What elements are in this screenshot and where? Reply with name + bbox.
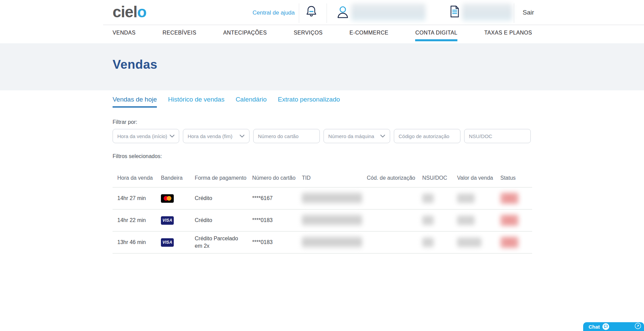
- chevron-down-icon: [380, 134, 385, 138]
- redacted-sale-value: [457, 238, 481, 247]
- redacted-account-name: [351, 3, 426, 21]
- chat-expand-icon[interactable]: [635, 323, 641, 331]
- table-row: 13hr 46 min VISA Crédito Parcelado em 2x…: [113, 231, 532, 253]
- col-header-bandeira: Bandeira: [161, 175, 195, 181]
- cell-payment-type: Crédito Parcelado em 2x: [195, 235, 252, 249]
- cell-time: 14hr 22 min: [117, 217, 161, 223]
- redacted-tid: [302, 236, 362, 248]
- redacted-status-badge: [500, 193, 519, 204]
- filter-input-auth-code[interactable]: [399, 133, 456, 139]
- col-header-cod-autorizacao: Cód. de autorização: [367, 175, 422, 181]
- col-header-hora: Hora da venda: [117, 175, 161, 181]
- chat-bubble-icon: [602, 323, 609, 330]
- cell-card-number: ****6167: [252, 195, 302, 201]
- col-header-numero-cartao: Número do cartão: [252, 175, 302, 181]
- nav-item-vendas[interactable]: VENDAS: [113, 30, 136, 41]
- col-header-nsu-doc: NSU/DOC: [422, 175, 457, 181]
- redacted-status-badge: [500, 237, 519, 248]
- header-bottom-rule: [103, 25, 644, 25]
- mastercard-badge: [161, 194, 174, 203]
- logo-text-blue: o: [137, 3, 146, 21]
- col-header-valor-venda: Valor da venda: [457, 175, 500, 181]
- sales-tabs: Vendas de hoje Histórico de vendas Calen…: [113, 96, 532, 108]
- col-header-tid: TID: [302, 175, 367, 181]
- nav-item-recebiveis[interactable]: RECEBÍVEIS: [163, 30, 196, 41]
- cell-time: 14hr 27 min: [117, 195, 161, 201]
- logo-text-gray: ciel: [113, 3, 137, 21]
- redacted-tid: [302, 214, 362, 226]
- filter-select-end-time-value: Hora da venda (fim): [188, 133, 233, 139]
- nav-item-servicos[interactable]: SERVIÇOS: [294, 30, 323, 41]
- table-header-row: Hora da venda Bandeira Forma de pagament…: [113, 169, 532, 187]
- chevron-down-icon: [239, 134, 245, 138]
- redacted-account-id: [462, 3, 512, 21]
- filter-bar: Hora da venda (início) Hora da venda (fi…: [113, 129, 532, 143]
- header-divider-3: [514, 3, 514, 23]
- cell-card-number: ****0183: [252, 239, 302, 245]
- tab-extrato-personalizado[interactable]: Extrato personalizado: [278, 96, 340, 108]
- redacted-nsu-doc: [422, 216, 434, 225]
- filter-input-auth-code-box: [394, 129, 460, 143]
- tab-calendario[interactable]: Calendário: [236, 96, 267, 108]
- filter-input-card-number[interactable]: [258, 133, 315, 139]
- filter-input-card-number-box: [253, 129, 320, 143]
- tab-vendas-de-hoje[interactable]: Vendas de hoje: [113, 96, 157, 108]
- filter-select-machine-number-value: Número da máquina: [328, 133, 374, 139]
- sales-table: Hora da venda Bandeira Forma de pagament…: [113, 169, 532, 253]
- redacted-tid: [302, 192, 362, 204]
- tab-historico-de-vendas[interactable]: Histórico de vendas: [168, 96, 224, 108]
- top-header: cielo Central de ajuda Sair VENDAS: [0, 0, 644, 43]
- notifications-bell-icon[interactable]: [305, 5, 318, 21]
- cell-time: 13hr 46 min: [117, 239, 161, 245]
- filter-input-nsu-doc-box: [464, 129, 531, 143]
- col-header-forma-pagamento: Forma de pagamento: [195, 175, 252, 181]
- table-row: 14hr 22 min VISA Crédito ****0183: [113, 209, 532, 231]
- cell-card-number: ****0183: [252, 217, 302, 223]
- filter-select-end-time[interactable]: Hora da venda (fim): [183, 129, 249, 143]
- header-divider-1: [299, 3, 299, 23]
- redacted-sale-value: [457, 194, 475, 203]
- chevron-down-icon: [169, 134, 175, 138]
- page-title: Vendas: [0, 43, 644, 72]
- user-profile-icon[interactable]: [336, 5, 350, 21]
- table-bottom-rule: [113, 253, 532, 253]
- primary-nav: VENDAS RECEBÍVEIS ANTECIPAÇÕES SERVIÇOS …: [113, 30, 532, 41]
- chat-widget[interactable]: Chat: [583, 322, 644, 331]
- nav-item-antecipacoes[interactable]: ANTECIPAÇÕES: [223, 30, 267, 41]
- redacted-sale-value: [457, 216, 475, 225]
- visa-badge: VISA: [161, 216, 174, 225]
- redacted-nsu-doc: [422, 194, 434, 203]
- help-center-link[interactable]: Central de ajuda: [253, 9, 295, 16]
- visa-badge: VISA: [161, 238, 174, 247]
- cell-payment-type: Crédito: [195, 217, 252, 224]
- logout-link[interactable]: Sair: [523, 9, 534, 16]
- nav-item-conta-digital[interactable]: CONTA DIGITAL: [415, 30, 457, 41]
- selected-filters-label: Filtros selecionados:: [113, 153, 532, 159]
- cell-payment-type: Crédito: [195, 195, 252, 202]
- main-content: Vendas de hoje Histórico de vendas Calen…: [0, 96, 532, 253]
- nav-item-ecommerce[interactable]: E-COMMERCE: [350, 30, 388, 41]
- table-row: 14hr 27 min Crédito ****6167: [113, 187, 532, 209]
- filter-input-nsu-doc[interactable]: [469, 133, 526, 139]
- filter-select-machine-number[interactable]: Número da máquina: [324, 129, 390, 143]
- filter-select-start-time-value: Hora da venda (início): [117, 133, 167, 139]
- redacted-status-badge: [500, 215, 519, 226]
- header-divider-2: [327, 3, 327, 23]
- page-hero: Vendas: [0, 43, 644, 90]
- filter-by-label: Filtrar por:: [113, 119, 532, 125]
- redacted-nsu-doc: [422, 238, 434, 247]
- col-header-status: Status: [500, 175, 532, 181]
- cielo-logo[interactable]: cielo: [113, 3, 146, 21]
- filter-select-start-time[interactable]: Hora da venda (início): [113, 129, 179, 143]
- nav-item-taxas-e-planos[interactable]: TAXAS E PLANOS: [484, 30, 532, 41]
- chat-label: Chat: [589, 324, 600, 330]
- document-icon[interactable]: [450, 5, 460, 20]
- mastercard-orange-circle: [167, 196, 171, 201]
